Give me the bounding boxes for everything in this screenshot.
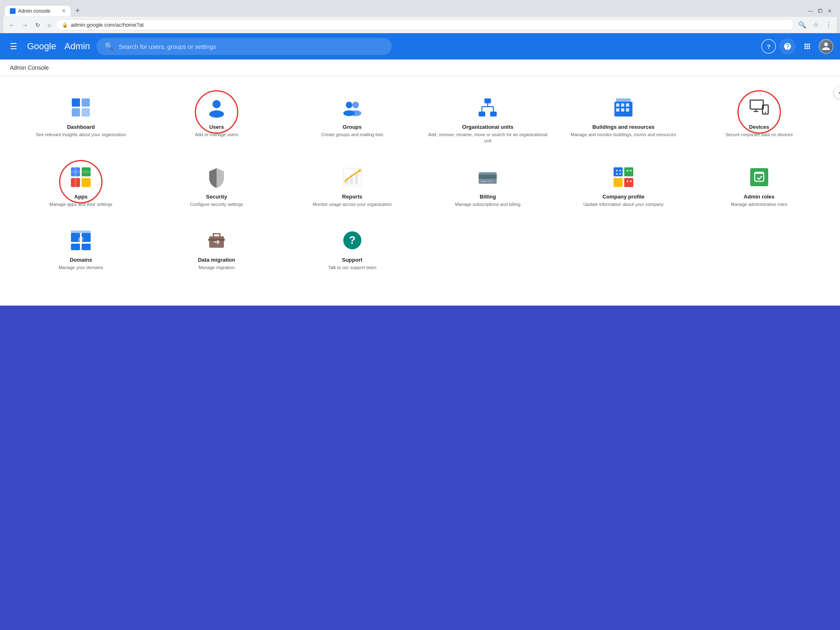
svg-rect-46	[624, 167, 633, 176]
breadcrumb-text: Admin Console	[10, 64, 49, 71]
card-apps[interactable]: Apps Manage apps and their settings	[13, 156, 149, 216]
user-avatar[interactable]	[819, 39, 833, 54]
zoom-button[interactable]: 🔍	[797, 19, 808, 30]
search-bar[interactable]: 🔍	[96, 38, 392, 55]
card-data-migration[interactable]: Data migration Manage migration	[149, 219, 285, 279]
svg-rect-51	[627, 170, 628, 171]
svg-rect-25	[750, 100, 763, 109]
reports-desc: Monitor usage across your organization	[313, 201, 392, 208]
card-groups[interactable]: Groups Create groups and mailing lists	[284, 86, 420, 153]
svg-rect-52	[630, 170, 632, 171]
card-domains[interactable]: @ Domains Manage your domains	[13, 219, 149, 279]
admin-roles-icon	[748, 166, 771, 189]
apps-grid-button[interactable]	[799, 38, 815, 55]
refresh-button[interactable]: ↻	[33, 20, 43, 30]
card-security[interactable]: Security Configure security settings	[149, 156, 285, 216]
domains-desc: Manage your domains	[59, 265, 103, 271]
close-button[interactable]: ✕	[828, 8, 832, 14]
search-input[interactable]	[119, 43, 383, 50]
svg-rect-12	[490, 112, 497, 116]
svg-rect-24	[616, 98, 631, 102]
billing-desc: Manage subscriptions and billing	[455, 201, 521, 208]
svg-point-9	[350, 110, 361, 116]
svg-point-5	[209, 110, 224, 118]
maximize-button[interactable]: ⧠	[818, 8, 823, 14]
card-reports[interactable]: Reports Monitor usage across your organi…	[284, 156, 420, 216]
billing-title: Billing	[479, 194, 496, 200]
svg-rect-53	[616, 173, 618, 175]
svg-rect-49	[616, 170, 618, 171]
bottom-bar	[0, 306, 840, 338]
header-right: ?	[761, 38, 833, 55]
svg-rect-35	[71, 171, 91, 173]
support-title: Support	[342, 257, 363, 263]
menu-button[interactable]: ⋮	[824, 19, 833, 30]
data-migration-icon	[205, 229, 228, 252]
svg-rect-22	[621, 108, 624, 112]
google-admin-logo: Google Admin	[27, 41, 90, 52]
window-controls: — ⧠ ✕	[808, 8, 835, 14]
app-header: ☰ Google Admin 🔍 ?	[0, 33, 840, 59]
card-billing[interactable]: Billing Manage subscriptions and billing	[420, 156, 556, 216]
svg-point-7	[352, 102, 359, 108]
card-org-units[interactable]: Organizational units Add, remove, rename…	[420, 86, 556, 153]
logo-admin-text: Admin	[64, 41, 90, 52]
card-buildings[interactable]: Buildings and resources Manage and monit…	[556, 86, 692, 153]
admin-roles-title: Admin roles	[744, 194, 774, 200]
svg-rect-19	[621, 103, 624, 107]
svg-text:?: ?	[349, 234, 356, 246]
browser-chrome: Admin console ✕ + — ⧠ ✕ ← → ↻ ⌂ 🔒 admin.…	[0, 0, 840, 33]
buildings-title: Buildings and resources	[592, 124, 655, 130]
minimize-button[interactable]: —	[808, 8, 813, 14]
svg-rect-55	[627, 180, 628, 182]
support-button[interactable]: ?	[761, 39, 776, 54]
domains-title: Domains	[70, 257, 92, 263]
home-button[interactable]: ⌂	[45, 20, 53, 30]
card-dashboard[interactable]: Dashboard See relevant insights about yo…	[13, 86, 149, 153]
svg-rect-63	[82, 244, 91, 250]
svg-rect-67	[208, 239, 225, 241]
card-users[interactable]: Users Add or manage users	[149, 86, 285, 153]
toolbar-right-buttons: 🔍 ☆ ⋮	[797, 19, 833, 30]
svg-rect-1	[82, 98, 90, 107]
lock-icon: 🔒	[62, 22, 68, 28]
org-units-icon	[476, 96, 499, 119]
groups-desc: Create groups and mailing lists	[321, 132, 383, 138]
hamburger-menu-button[interactable]: ☰	[7, 38, 21, 55]
dashboard-desc: See relevant insights about your organiz…	[36, 132, 126, 138]
card-admin-roles[interactable]: Admin roles Manage administrative roles	[691, 156, 827, 216]
users-title: Users	[209, 124, 224, 130]
bookmark-button[interactable]: ☆	[811, 19, 820, 30]
svg-point-40	[358, 169, 361, 172]
back-button[interactable]: ←	[7, 20, 17, 30]
search-icon: 🔍	[105, 42, 114, 51]
svg-point-4	[212, 100, 221, 108]
new-tab-button[interactable]: +	[72, 5, 83, 17]
card-support[interactable]: ? Support Talk to our support team	[284, 219, 420, 279]
tab-close-button[interactable]: ✕	[62, 8, 66, 14]
address-bar[interactable]: 🔒 admin.google.com/ac/home?at	[56, 19, 794, 30]
forward-button[interactable]: →	[20, 20, 30, 30]
data-migration-title: Data migration	[198, 257, 235, 263]
svg-rect-48	[624, 178, 633, 187]
groups-title: Groups	[343, 124, 362, 130]
svg-rect-11	[479, 112, 485, 116]
svg-point-29	[765, 112, 766, 113]
svg-rect-47	[614, 178, 623, 187]
card-company-profile[interactable]: Company profile Update information about…	[556, 156, 692, 216]
collapse-sidebar-button[interactable]: ‹	[833, 86, 840, 99]
company-profile-icon	[612, 166, 635, 189]
svg-rect-21	[616, 108, 619, 112]
users-icon	[205, 96, 228, 119]
svg-rect-44	[488, 180, 493, 182]
admin-roles-desc: Manage administrative roles	[731, 201, 788, 208]
card-devices[interactable]: Devices Secure corporate data on devices	[691, 86, 827, 153]
dashboard-title: Dashboard	[67, 124, 95, 130]
help-button[interactable]	[779, 38, 796, 55]
security-icon	[205, 166, 228, 189]
users-desc: Add or manage users	[195, 132, 238, 138]
browser-titlebar: Admin console ✕ + — ⧠ ✕	[3, 3, 837, 17]
browser-tab[interactable]: Admin console ✕	[5, 6, 71, 16]
apps-grid-icon	[803, 42, 811, 50]
reports-icon	[341, 166, 364, 189]
